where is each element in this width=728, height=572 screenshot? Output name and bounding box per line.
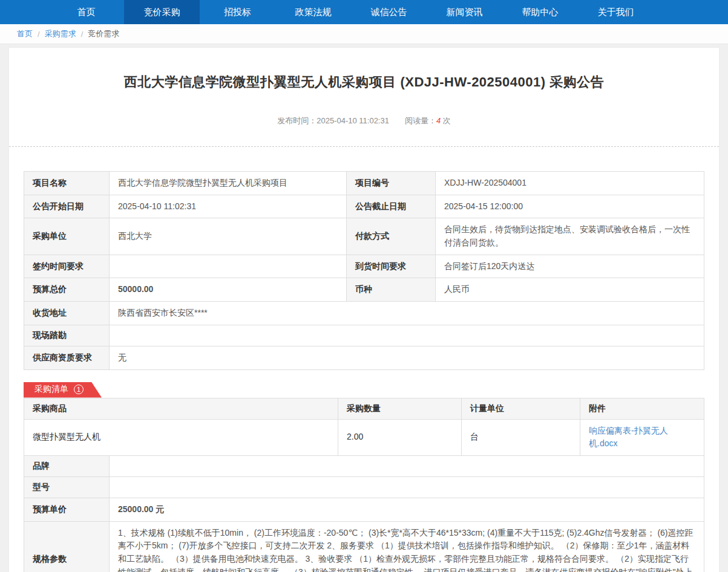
breadcrumb-separator: / xyxy=(38,30,40,39)
table-row: 供应商资质要求 无 xyxy=(24,346,704,369)
field-label: 现场踏勘 xyxy=(24,325,110,346)
read-count-label: 阅读量： xyxy=(405,116,436,125)
project-name-value: 西北大学信息学院微型扑翼型无人机采购项目 xyxy=(110,172,347,195)
nav-tab-policy[interactable]: 政策法规 xyxy=(275,0,351,24)
table-row: 采购单位 西北大学 付款方式 合同生效后，待货物到达指定地点、安装调试验收合格后… xyxy=(24,218,704,255)
field-label: 预算单价 xyxy=(24,498,110,521)
project-code-value: XDJJ-HW-202504001 xyxy=(436,172,704,195)
publish-meta: 发布时间：2025-04-10 11:02:31阅读量：4 次 xyxy=(24,115,704,126)
table-row: 公告开始日期 2025-04-10 11:02:31 公告截止日期 2025-0… xyxy=(24,195,704,218)
table-row: 收货地址 陕西省西安市长安区**** xyxy=(24,302,704,325)
announcement-panel: 西北大学信息学院微型扑翼型无人机采购项目 (XDJJ-HW-202504001)… xyxy=(8,47,720,572)
field-label: 签约时间要求 xyxy=(24,255,110,278)
page-title: 西北大学信息学院微型扑翼型无人机采购项目 (XDJJ-HW-202504001)… xyxy=(24,48,704,91)
purchase-detail-table: 品牌 型号 预算单价 25000.00 元 规格参数 1、技术规格 (1)续航不… xyxy=(24,455,704,572)
field-label: 项目名称 xyxy=(24,172,110,195)
table-row: 微型扑翼型无人机 2.00 台 响应偏离表-扑翼无人机.docx xyxy=(24,419,704,455)
end-date-value: 2025-04-15 12:00:00 xyxy=(436,195,704,218)
field-label: 采购单位 xyxy=(24,218,110,255)
table-row: 型号 xyxy=(24,476,704,498)
field-label: 供应商资质要求 xyxy=(24,346,110,369)
brand-value xyxy=(110,455,704,476)
currency-value: 人民币 xyxy=(436,278,704,302)
breadcrumb-purchase-demand[interactable]: 采购需求 xyxy=(45,28,76,39)
product-name-cell: 微型扑翼型无人机 xyxy=(24,419,338,455)
nav-tab-home[interactable]: 首页 xyxy=(48,0,124,24)
field-label: 公告开始日期 xyxy=(24,195,110,218)
read-count-value: 4 xyxy=(436,116,441,125)
payment-method-value: 合同生效后，待货物到达指定地点、安装调试验收合格后，一次性付清合同货款。 xyxy=(436,218,704,255)
purchase-list-count-badge: 1 xyxy=(74,385,84,394)
nav-tab-tender[interactable]: 招投标 xyxy=(200,0,275,24)
total-budget-value: 50000.00 xyxy=(110,278,347,302)
field-label: 到货时间要求 xyxy=(347,255,436,278)
table-row: 规格参数 1、技术规格 (1)续航不低于10min， (2)工作环境温度：-20… xyxy=(24,521,704,572)
purchase-list-section: 采购清单 1 xyxy=(24,382,704,398)
sign-time-value xyxy=(110,255,347,278)
site-survey-value xyxy=(110,325,704,346)
purchase-list-badge: 采购清单 1 xyxy=(24,382,102,398)
column-header-attachment: 附件 xyxy=(580,398,704,419)
breadcrumb: 首页 / 采购需求 / 竞价需求 xyxy=(0,24,728,44)
quantity-cell: 2.00 xyxy=(338,419,462,455)
field-label: 型号 xyxy=(24,476,110,498)
nav-tab-integrity[interactable]: 诚信公告 xyxy=(351,0,427,24)
field-label: 品牌 xyxy=(24,455,110,476)
nav-tab-news[interactable]: 新闻资讯 xyxy=(427,0,502,24)
start-date-value: 2025-04-10 11:02:31 xyxy=(110,195,347,218)
table-header-row: 采购商品 采购数量 计量单位 附件 xyxy=(24,398,704,419)
model-value xyxy=(110,476,704,498)
delivery-address-value: 陕西省西安市长安区**** xyxy=(110,302,704,325)
field-label: 付款方式 xyxy=(347,218,436,255)
table-row: 品牌 xyxy=(24,455,704,476)
purchase-items-table: 采购商品 采购数量 计量单位 附件 微型扑翼型无人机 2.00 台 响应偏离表-… xyxy=(24,398,704,456)
spec-params-value: 1、技术规格 (1)续航不低于10min， (2)工作环境温度：-20-50℃；… xyxy=(110,521,704,572)
unit-cell: 台 xyxy=(462,419,580,455)
nav-tab-about[interactable]: 关于我们 xyxy=(578,0,654,24)
unit-budget-value: 25000.00 元 xyxy=(110,498,704,521)
supplier-qualification-value: 无 xyxy=(110,346,704,369)
table-row: 现场踏勘 xyxy=(24,325,704,346)
purchaser-value: 西北大学 xyxy=(110,218,347,255)
table-row: 签约时间要求 到货时间要求 合同签订后120天内送达 xyxy=(24,255,704,278)
purchase-list-badge-label: 采购清单 xyxy=(34,384,68,395)
field-label: 项目编号 xyxy=(347,172,436,195)
top-navigation: 首页 竞价采购 招投标 政策法规 诚信公告 新闻资讯 帮助中心 关于我们 xyxy=(0,0,728,24)
breadcrumb-current: 竞价需求 xyxy=(88,28,119,39)
column-header-quantity: 采购数量 xyxy=(338,398,462,419)
publish-time-value: 2025-04-10 11:02:31 xyxy=(316,116,389,125)
field-label: 规格参数 xyxy=(24,521,110,572)
column-header-product: 采购商品 xyxy=(24,398,338,419)
table-row: 预算单价 25000.00 元 xyxy=(24,498,704,521)
field-label: 预算总价 xyxy=(24,278,110,302)
table-row: 预算总价 50000.00 币种 人民币 xyxy=(24,278,704,302)
breadcrumb-separator: / xyxy=(81,30,84,39)
nav-tab-bidding-purchase[interactable]: 竞价采购 xyxy=(124,0,200,24)
nav-tab-help[interactable]: 帮助中心 xyxy=(502,0,578,24)
field-label: 币种 xyxy=(347,278,436,302)
field-label: 收货地址 xyxy=(24,302,110,325)
attachment-link[interactable]: 响应偏离表-扑翼无人机.docx xyxy=(589,426,668,449)
read-count-unit: 次 xyxy=(443,116,451,125)
publish-time-label: 发布时间： xyxy=(277,116,316,125)
divider xyxy=(9,146,719,147)
field-label: 公告截止日期 xyxy=(347,195,436,218)
delivery-time-value: 合同签订后120天内送达 xyxy=(436,255,704,278)
project-info-table: 项目名称 西北大学信息学院微型扑翼型无人机采购项目 项目编号 XDJJ-HW-2… xyxy=(24,171,704,370)
breadcrumb-home[interactable]: 首页 xyxy=(17,28,33,39)
table-row: 项目名称 西北大学信息学院微型扑翼型无人机采购项目 项目编号 XDJJ-HW-2… xyxy=(24,172,704,195)
column-header-unit: 计量单位 xyxy=(462,398,580,419)
